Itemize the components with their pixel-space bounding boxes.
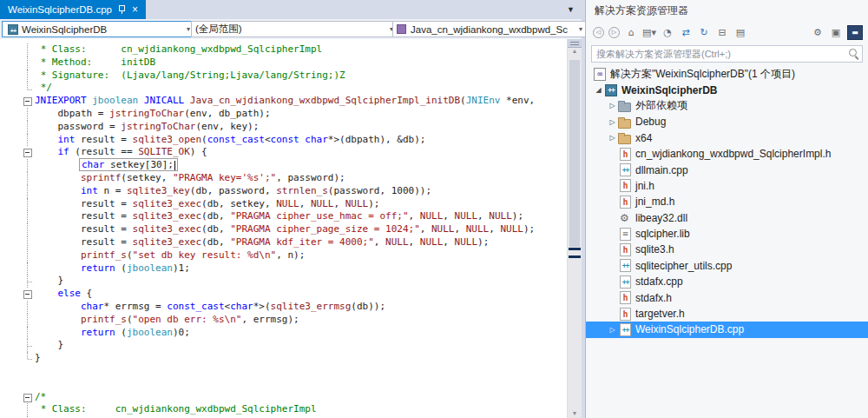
code-line[interactable]: result = sqlite3_exec(db, "PRAGMA cipher… [0,223,567,236]
scroll-down-arrow-icon[interactable]: ▼ [568,410,582,416]
tree-item[interactable]: sqlcipher.lib [586,226,868,242]
minimize-icon[interactable]: ▬ [847,25,863,40]
code-line[interactable]: printf_s("open db err: %s\n", errmsg); [0,314,567,327]
code-line[interactable]: int n = sqlite3_key(db, password, strnle… [0,185,567,198]
scope-dropdown-value: (全局范围) [195,23,242,36]
search-input[interactable] [591,45,863,63]
code-line[interactable]: * Class: cn_wjdiankong_wxdbpwd_Sqlcipher… [0,403,567,416]
code-editor[interactable]: * Class: cn_wjdiankong_wxdbpwd_Sqlcipher… [0,39,567,418]
tree-item[interactable]: jni_md.h [586,194,868,209]
tree-item[interactable]: ▷外部依赖项 [586,98,868,114]
tree-item[interactable]: sqlite3.h [586,242,868,257]
tree-item[interactable]: ▷Debug [586,114,868,129]
code-line[interactable]: return (jboolean)1; [0,262,567,275]
code-text: } [35,352,41,365]
code-line[interactable]: * Method: initDB [0,56,567,70]
collapse-all-icon[interactable]: ⊟ [715,26,729,39]
code-line[interactable]: password = jstringToChar(env, key); [0,121,567,134]
member-dropdown[interactable]: Java_cn_wjdiankong_wxdbpwd_Sc ▾ [392,21,587,37]
properties-icon[interactable]: ⚙ [811,26,825,39]
code-text: else { [35,288,92,301]
back-icon[interactable]: ◁ [593,27,604,38]
tree-item[interactable]: ▷WeixinSqlcipherDB.cpp [586,322,868,337]
tree-item[interactable]: targetver.h [586,306,868,322]
code-line[interactable]: char setkey[30]; [0,159,567,172]
current-line-box: char setkey[30]; [79,158,178,171]
code-line[interactable]: else { [0,288,567,301]
visual-studio-window: WeixinSqlcipherDB.cpp × ▼ WeixinSqlciphe… [0,0,868,418]
editor-vertical-scrollbar[interactable]: ▲ ▼ [567,39,582,418]
scroll-up-arrow-icon[interactable]: ▲ [568,48,582,54]
code-line[interactable]: if (result == SQLITE_OK) { [0,146,567,159]
tree-item[interactable]: ◢WeixinSqlcipherDB [586,82,868,97]
tab-list-chevron-icon[interactable]: ▼ [567,5,575,14]
close-icon[interactable]: × [132,4,138,15]
fold-toggle-icon[interactable] [21,146,35,159]
tree-item-label: WeixinSqlcipherDB.cpp [635,323,744,335]
navigation-bar: WeixinSqlcipherDB ▾ (全局范围) ▾ Java_cn_wjd… [0,19,582,40]
preview-selected-items-icon[interactable]: ▣ [829,26,843,39]
code-line[interactable] [0,378,567,391]
lib-file-icon [620,228,631,241]
forward-icon[interactable]: ▷ [608,27,620,38]
tree-item-label: cn_wjdiankong_wxdbpwd_SqlcipherImpl.h [635,148,831,160]
fold-guide [21,275,35,288]
project-dropdown[interactable]: WeixinSqlcipherDB ▾ [2,21,194,37]
tree-item[interactable]: dllmain.cpp [586,162,868,177]
pending-changes-filter-icon[interactable]: ◔ [661,26,674,39]
search-icon[interactable] [849,49,857,56]
code-line[interactable]: } [0,352,567,365]
sync-with-active-document-icon[interactable]: ⇄ [679,26,693,39]
tree-item[interactable]: libeay32.dll [586,210,868,226]
tree-item[interactable]: sqlitecipher_utils.cpp [586,258,868,274]
show-all-files-icon[interactable]: ▤ [733,26,747,39]
scrollbar-thumb[interactable] [569,60,580,247]
expander-icon[interactable]: ▷ [607,326,618,334]
code-line[interactable]: JNIEXPORT jboolean JNICALL Java_cn_wjdia… [0,95,567,108]
code-line[interactable]: } [0,275,567,288]
code-line[interactable]: result = sqlite3_exec(db, "PRAGMA kdf_it… [0,236,567,249]
tree-item[interactable]: cn_wjdiankong_wxdbpwd_SqlcipherImpl.h [586,146,868,162]
solution-explorer-toolbar: ◁▷⌂▤▾◔⇄↻⊟▤ ⚙▣▬ [586,18,868,43]
code-line[interactable]: result = sqlite3_exec(db, setkey, NULL, … [0,198,567,211]
pin-icon[interactable] [118,4,126,15]
expander-icon[interactable]: ▷ [607,134,618,142]
split-editor-handle[interactable] [568,39,582,48]
code-line[interactable]: return (jboolean)0; [0,327,567,340]
fold-toggle-icon[interactable] [21,95,35,108]
code-text: sprintf(setkey, "PRAGMA key='%s';", pass… [35,172,345,185]
fold-toggle-icon[interactable] [21,391,35,404]
tree-item[interactable]: stdafx.h [586,289,868,305]
project-dropdown-value: WeixinSqlcipherDB [22,24,107,35]
code-line[interactable]: * Class: cn_wjdiankong_wxdbpwd_Sqlcipher… [0,43,567,56]
home-icon[interactable]: ⌂ [624,26,638,39]
chevron-down-icon[interactable]: ▾ [183,25,190,33]
tree-item[interactable]: ▷x64 [586,130,868,146]
code-line[interactable]: result = sqlite3_exec(db, "PRAGMA cipher… [0,210,567,223]
tab-weixinsqlcipherdb-cpp[interactable]: WeixinSqlcipherDB.cpp × [0,0,146,19]
code-line[interactable] [0,365,567,378]
code-line[interactable]: char* errmsg = const_cast<char*>(sqlite3… [0,301,567,314]
expander-icon[interactable]: ▷ [607,102,618,109]
fold-guide [21,314,35,327]
se-toolbar-left: ◁▷⌂▤▾◔⇄↻⊟▤ [593,26,747,39]
fold-guide [21,185,35,198]
fold-toggle-icon[interactable] [21,288,35,301]
code-line[interactable]: } [0,339,567,352]
chevron-down-icon[interactable]: ▾ [575,25,582,33]
scope-dropdown[interactable]: (全局范围) ▾ [191,21,398,37]
switch-views-icon[interactable]: ▤▾ [642,26,656,39]
refresh-icon[interactable]: ↻ [697,26,711,39]
tree-item[interactable]: 解决方案"WeixinSqlcipherDB"(1 个项目) [586,66,868,82]
code-line[interactable]: */ [0,82,567,95]
tree-item[interactable]: stdafx.cpp [586,274,868,289]
code-line[interactable]: sprintf(setkey, "PRAGMA key='%s';", pass… [0,172,567,185]
code-line[interactable]: /* [0,391,567,404]
expander-icon[interactable]: ▷ [607,118,618,126]
tree-item[interactable]: jni.h [586,178,868,194]
expander-icon[interactable]: ◢ [593,86,604,94]
code-line[interactable]: dbpath = jstringToChar(env, db_path); [0,108,567,121]
code-line[interactable]: * Signature: (Ljava/lang/String;Ljava/la… [0,70,567,83]
code-line[interactable]: int result = sqlite3_open(const_cast<con… [0,134,567,147]
code-line[interactable]: printf_s("set db key result: %d\n", n); [0,249,567,262]
